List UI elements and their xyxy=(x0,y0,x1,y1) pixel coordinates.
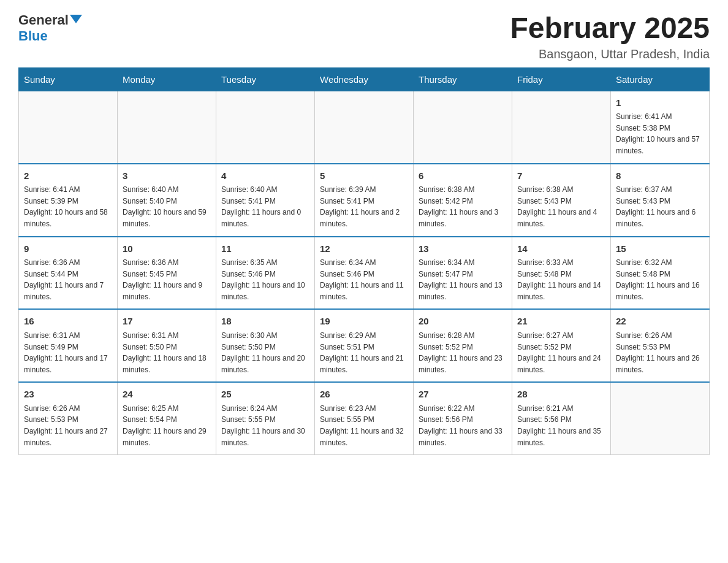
day-of-week-header: Tuesday xyxy=(216,67,315,91)
calendar-day-cell: 11Sunrise: 6:35 AMSunset: 5:46 PMDayligh… xyxy=(216,237,315,310)
calendar-header-row: SundayMondayTuesdayWednesdayThursdayFrid… xyxy=(19,67,710,91)
day-number: 21 xyxy=(517,315,605,329)
day-number: 20 xyxy=(419,315,507,329)
calendar-day-cell: 6Sunrise: 6:38 AMSunset: 5:42 PMDaylight… xyxy=(414,164,512,237)
calendar-week-row: 16Sunrise: 6:31 AMSunset: 5:49 PMDayligh… xyxy=(19,309,710,382)
calendar-day-cell xyxy=(19,91,118,163)
calendar-day-cell xyxy=(315,91,414,163)
logo-general-text: General xyxy=(18,12,69,28)
day-info: Sunrise: 6:25 AMSunset: 5:54 PMDaylight:… xyxy=(123,403,211,448)
day-of-week-header: Sunday xyxy=(19,67,118,91)
day-number: 3 xyxy=(123,169,211,183)
day-info: Sunrise: 6:35 AMSunset: 5:46 PMDaylight:… xyxy=(221,257,309,302)
calendar-day-cell: 27Sunrise: 6:22 AMSunset: 5:56 PMDayligh… xyxy=(414,382,512,454)
day-number: 23 xyxy=(24,388,112,402)
day-number: 5 xyxy=(320,169,408,183)
logo-triangle-icon xyxy=(70,15,82,23)
day-info: Sunrise: 6:41 AMSunset: 5:38 PMDaylight:… xyxy=(616,111,704,156)
day-number: 17 xyxy=(123,315,211,329)
calendar-table: SundayMondayTuesdayWednesdayThursdayFrid… xyxy=(18,67,710,455)
day-info: Sunrise: 6:31 AMSunset: 5:49 PMDaylight:… xyxy=(24,330,112,375)
day-info: Sunrise: 6:39 AMSunset: 5:41 PMDaylight:… xyxy=(320,184,408,229)
day-number: 8 xyxy=(616,169,704,183)
calendar-day-cell: 12Sunrise: 6:34 AMSunset: 5:46 PMDayligh… xyxy=(315,237,414,310)
day-info: Sunrise: 6:33 AMSunset: 5:48 PMDaylight:… xyxy=(517,257,605,302)
day-number: 18 xyxy=(221,315,309,329)
calendar-day-cell: 9Sunrise: 6:36 AMSunset: 5:44 PMDaylight… xyxy=(19,237,118,310)
calendar-day-cell xyxy=(216,91,315,163)
calendar-day-cell: 22Sunrise: 6:26 AMSunset: 5:53 PMDayligh… xyxy=(611,309,710,382)
calendar-day-cell: 24Sunrise: 6:25 AMSunset: 5:54 PMDayligh… xyxy=(118,382,216,454)
calendar-day-cell: 8Sunrise: 6:37 AMSunset: 5:43 PMDaylight… xyxy=(611,164,710,237)
day-number: 11 xyxy=(221,242,309,256)
day-number: 16 xyxy=(24,315,112,329)
day-info: Sunrise: 6:27 AMSunset: 5:52 PMDaylight:… xyxy=(517,330,605,375)
calendar-day-cell: 18Sunrise: 6:30 AMSunset: 5:50 PMDayligh… xyxy=(216,309,315,382)
calendar-week-row: 23Sunrise: 6:26 AMSunset: 5:53 PMDayligh… xyxy=(19,382,710,454)
day-info: Sunrise: 6:38 AMSunset: 5:43 PMDaylight:… xyxy=(517,184,605,229)
calendar-day-cell xyxy=(512,91,611,163)
calendar-week-row: 9Sunrise: 6:36 AMSunset: 5:44 PMDaylight… xyxy=(19,237,710,310)
day-info: Sunrise: 6:34 AMSunset: 5:47 PMDaylight:… xyxy=(419,257,507,302)
calendar-day-cell xyxy=(118,91,216,163)
day-info: Sunrise: 6:36 AMSunset: 5:45 PMDaylight:… xyxy=(123,257,211,302)
day-info: Sunrise: 6:26 AMSunset: 5:53 PMDaylight:… xyxy=(616,330,704,375)
day-number: 14 xyxy=(517,242,605,256)
calendar-day-cell: 10Sunrise: 6:36 AMSunset: 5:45 PMDayligh… xyxy=(118,237,216,310)
day-number: 1 xyxy=(616,96,704,110)
calendar-day-cell: 5Sunrise: 6:39 AMSunset: 5:41 PMDaylight… xyxy=(315,164,414,237)
day-info: Sunrise: 6:36 AMSunset: 5:44 PMDaylight:… xyxy=(24,257,112,302)
calendar-day-cell: 15Sunrise: 6:32 AMSunset: 5:48 PMDayligh… xyxy=(611,237,710,310)
day-number: 19 xyxy=(320,315,408,329)
page-header: General Blue February 2025 Bansgaon, Utt… xyxy=(18,12,710,61)
calendar-day-cell: 7Sunrise: 6:38 AMSunset: 5:43 PMDaylight… xyxy=(512,164,611,237)
day-number: 10 xyxy=(123,242,211,256)
calendar-day-cell: 4Sunrise: 6:40 AMSunset: 5:41 PMDaylight… xyxy=(216,164,315,237)
calendar-day-cell: 16Sunrise: 6:31 AMSunset: 5:49 PMDayligh… xyxy=(19,309,118,382)
day-number: 28 xyxy=(517,388,605,402)
day-info: Sunrise: 6:23 AMSunset: 5:55 PMDaylight:… xyxy=(320,403,408,448)
day-number: 9 xyxy=(24,242,112,256)
day-number: 25 xyxy=(221,388,309,402)
day-info: Sunrise: 6:30 AMSunset: 5:50 PMDaylight:… xyxy=(221,330,309,375)
day-number: 22 xyxy=(616,315,704,329)
calendar-day-cell: 23Sunrise: 6:26 AMSunset: 5:53 PMDayligh… xyxy=(19,382,118,454)
calendar-day-cell: 14Sunrise: 6:33 AMSunset: 5:48 PMDayligh… xyxy=(512,237,611,310)
calendar-week-row: 1Sunrise: 6:41 AMSunset: 5:38 PMDaylight… xyxy=(19,91,710,163)
calendar-day-cell: 17Sunrise: 6:31 AMSunset: 5:50 PMDayligh… xyxy=(118,309,216,382)
day-info: Sunrise: 6:40 AMSunset: 5:41 PMDaylight:… xyxy=(221,184,309,229)
day-number: 2 xyxy=(24,169,112,183)
calendar-day-cell: 3Sunrise: 6:40 AMSunset: 5:40 PMDaylight… xyxy=(118,164,216,237)
day-number: 15 xyxy=(616,242,704,256)
calendar-day-cell: 20Sunrise: 6:28 AMSunset: 5:52 PMDayligh… xyxy=(414,309,512,382)
day-of-week-header: Saturday xyxy=(611,67,710,91)
day-number: 27 xyxy=(419,388,507,402)
day-number: 13 xyxy=(419,242,507,256)
calendar-day-cell xyxy=(611,382,710,454)
calendar-day-cell: 21Sunrise: 6:27 AMSunset: 5:52 PMDayligh… xyxy=(512,309,611,382)
day-info: Sunrise: 6:29 AMSunset: 5:51 PMDaylight:… xyxy=(320,330,408,375)
day-info: Sunrise: 6:37 AMSunset: 5:43 PMDaylight:… xyxy=(616,184,704,229)
day-number: 6 xyxy=(419,169,507,183)
day-number: 24 xyxy=(123,388,211,402)
calendar-day-cell: 2Sunrise: 6:41 AMSunset: 5:39 PMDaylight… xyxy=(19,164,118,237)
day-info: Sunrise: 6:28 AMSunset: 5:52 PMDaylight:… xyxy=(419,330,507,375)
title-block: February 2025 Bansgaon, Uttar Pradesh, I… xyxy=(510,12,710,61)
calendar-day-cell: 28Sunrise: 6:21 AMSunset: 5:56 PMDayligh… xyxy=(512,382,611,454)
day-info: Sunrise: 6:21 AMSunset: 5:56 PMDaylight:… xyxy=(517,403,605,448)
calendar-day-cell: 19Sunrise: 6:29 AMSunset: 5:51 PMDayligh… xyxy=(315,309,414,382)
day-number: 26 xyxy=(320,388,408,402)
day-number: 12 xyxy=(320,242,408,256)
day-of-week-header: Thursday xyxy=(414,67,512,91)
day-info: Sunrise: 6:38 AMSunset: 5:42 PMDaylight:… xyxy=(419,184,507,229)
day-of-week-header: Friday xyxy=(512,67,611,91)
month-title: February 2025 xyxy=(510,12,710,45)
day-info: Sunrise: 6:22 AMSunset: 5:56 PMDaylight:… xyxy=(419,403,507,448)
calendar-day-cell: 1Sunrise: 6:41 AMSunset: 5:38 PMDaylight… xyxy=(611,91,710,163)
day-number: 7 xyxy=(517,169,605,183)
day-info: Sunrise: 6:31 AMSunset: 5:50 PMDaylight:… xyxy=(123,330,211,375)
day-of-week-header: Wednesday xyxy=(315,67,414,91)
location-subtitle: Bansgaon, Uttar Pradesh, India xyxy=(510,47,710,61)
day-info: Sunrise: 6:34 AMSunset: 5:46 PMDaylight:… xyxy=(320,257,408,302)
day-info: Sunrise: 6:32 AMSunset: 5:48 PMDaylight:… xyxy=(616,257,704,302)
